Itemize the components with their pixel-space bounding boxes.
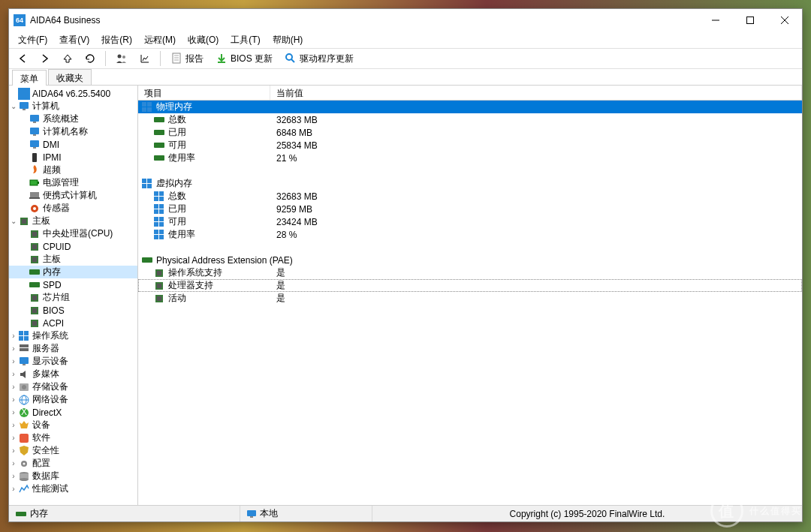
menu-item[interactable]: 工具(T) [225,32,266,48]
mon-icon [29,113,41,125]
mon-icon [18,356,30,368]
tab-favorites[interactable]: 收藏夹 [48,69,92,85]
memory-icon [15,510,27,518]
fire-icon [29,164,41,176]
report-button[interactable]: 报告 [167,51,207,67]
menu-item[interactable]: 报告(R) [95,32,138,48]
svg-rect-13 [18,88,30,100]
detail-row[interactable]: 操作系统支持是 [138,266,802,279]
tree-item[interactable]: ›设备 [9,419,137,431]
tree-item[interactable]: AIDA64 v6.25.5400 [9,87,137,100]
users-button[interactable] [112,52,131,65]
svg-rect-70 [154,117,164,122]
menu-item[interactable]: 远程(M) [138,32,182,48]
tree-item[interactable]: 便携式计算机 [9,189,137,202]
detail-row[interactable]: 总数32683 MB [138,190,802,203]
svg-rect-21 [33,147,36,149]
section-header[interactable]: Physical Address Extension (PAE) [138,254,802,266]
shld-icon [18,445,30,457]
tree-item[interactable]: ›操作系统 [9,329,137,342]
chip-icon [29,241,41,253]
tree-item[interactable]: ›性能测试 [9,482,137,495]
tree-item[interactable]: ⌄主板 [9,215,137,227]
menu-item[interactable]: 收藏(O) [182,32,225,48]
maximize-button[interactable] [733,9,767,32]
nav-up-button[interactable] [59,52,77,65]
svg-rect-14 [20,102,29,109]
nav-back-button[interactable] [14,52,32,65]
monitor-icon [246,509,257,518]
detail-row[interactable]: 可用23424 MB [138,215,802,228]
memory-icon [141,178,153,190]
download-icon [216,53,228,65]
tree-item[interactable]: ›网络设备 [9,393,137,406]
tree-item[interactable]: ›软件 [9,431,137,444]
app-icon [18,432,30,444]
section-header[interactable]: 物理内存 [138,101,802,113]
close-button[interactable] [767,9,802,32]
tree-item[interactable]: ⌄计算机 [9,100,137,113]
refresh-button[interactable] [81,52,99,65]
tree-item[interactable]: SPD [9,278,137,291]
svg-rect-79 [159,191,164,196]
svg-rect-98 [157,284,161,288]
svg-rect-84 [154,209,158,214]
tree-item[interactable]: DMI [9,138,137,151]
svg-rect-37 [29,269,40,275]
tree-item[interactable]: 超频 [9,164,137,176]
svg-rect-44 [32,321,37,326]
tree-item[interactable]: ›服务器 [9,342,137,355]
detail-row[interactable]: 已用6848 MB [138,126,802,139]
chart-button[interactable] [136,52,154,65]
menu-item[interactable]: 帮助(H) [267,32,309,48]
ipmi-icon [29,152,41,164]
svg-rect-26 [29,197,40,199]
detail-row[interactable]: 总数32683 MB [138,113,802,126]
tree-item[interactable]: ACPI [9,317,137,329]
tree-item[interactable]: BIOS [9,304,137,317]
tree-item[interactable]: ›数据库 [9,470,137,482]
svg-rect-1 [747,17,754,24]
bat-icon [29,177,41,189]
detail-row[interactable]: 已用9259 MB [138,203,802,215]
row-icon [153,267,165,279]
titlebar: 64 AIDA64 Business [9,9,802,32]
tree-item[interactable]: 内存 [9,266,137,278]
tree-item[interactable]: 系统概述 [9,113,137,125]
nav-forward-button[interactable] [36,52,54,65]
tree-item[interactable]: 芯片组 [9,291,137,304]
col-value[interactable]: 当前值 [270,86,802,100]
tree-item[interactable]: 主板 [9,253,137,266]
driver-update-button[interactable]: 驱动程序更新 [281,51,357,67]
tree-item[interactable]: 传感器 [9,202,137,215]
detail-row[interactable]: 处理器支持是 [138,279,802,292]
tree-item[interactable]: 计算机名称 [9,125,137,138]
detail-row[interactable]: 活动是 [138,292,802,305]
row-icon [153,127,165,139]
tree-item[interactable]: ›存储设备 [9,380,137,393]
detail-row[interactable]: 使用率21 % [138,152,802,164]
detail-row[interactable]: 可用25834 MB [138,139,802,152]
menu-item[interactable]: 查看(V) [53,32,95,48]
col-item[interactable]: 项目 [138,86,270,100]
tab-menu[interactable]: 菜单 [12,70,47,86]
tree-item[interactable]: ›XDirectX [9,406,137,419]
svg-rect-85 [159,209,164,214]
report-label: 报告 [185,53,204,65]
menu-item[interactable]: 文件(F) [12,32,53,48]
svg-rect-77 [147,184,152,188]
tree-item[interactable]: 电源管理 [9,176,137,189]
hdd-icon [18,381,30,393]
detail-row[interactable]: 使用率28 % [138,228,802,241]
tree-pane[interactable]: AIDA64 v6.25.5400⌄计算机 系统概述 计算机名称 DMI IPM… [9,86,138,505]
tree-item[interactable]: CPUID [9,240,137,253]
tree-item[interactable]: ›配置 [9,457,137,470]
minimize-button[interactable] [698,9,733,32]
tree-item[interactable]: ›安全性 [9,444,137,457]
tree-item[interactable]: ›多媒体 [9,368,137,380]
tree-item[interactable]: 中央处理器(CPU) [9,227,137,240]
bios-update-button[interactable]: BIOS 更新 [212,51,276,67]
section-header[interactable]: 虚拟内存 [138,177,802,190]
tree-item[interactable]: IPMI [9,151,137,164]
tree-item[interactable]: ›显示设备 [9,355,137,368]
